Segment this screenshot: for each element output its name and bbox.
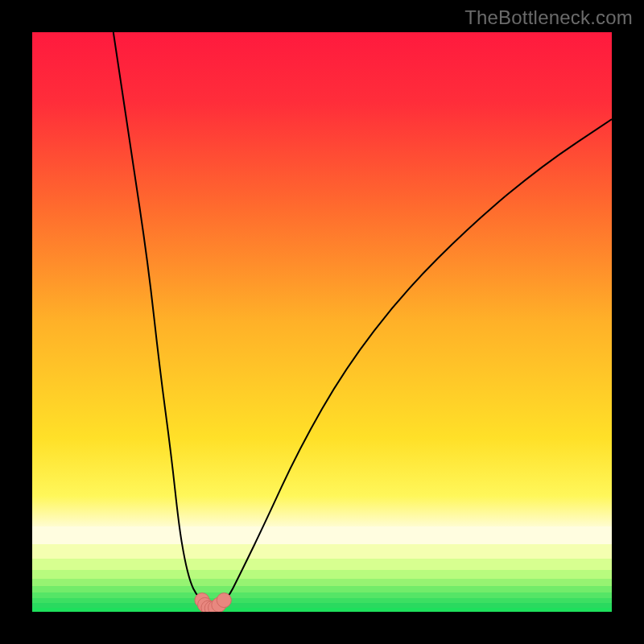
- valley-marker-6: [217, 593, 231, 608]
- curve-right-branch: [224, 119, 612, 601]
- plot-area: [32, 32, 612, 612]
- bottleneck-curve: [32, 32, 612, 612]
- watermark-text: TheBottleneck.com: [464, 6, 633, 29]
- outer-frame: TheBottleneck.com: [0, 0, 644, 644]
- curve-left-branch: [114, 32, 202, 601]
